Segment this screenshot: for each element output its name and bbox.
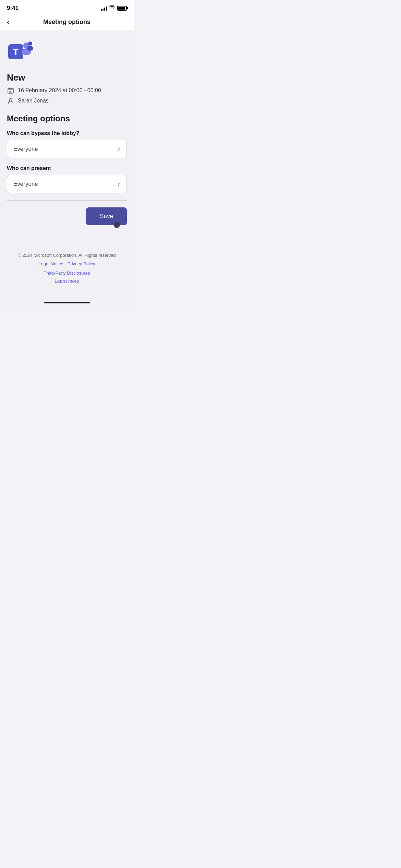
wifi-icon: [109, 5, 115, 11]
svg-rect-8: [10, 91, 11, 92]
svg-point-5: [27, 46, 33, 51]
lobby-chevron-icon: ∨: [117, 146, 120, 152]
present-chevron-icon: ∨: [117, 181, 120, 187]
back-button[interactable]: ‹: [7, 19, 9, 26]
learn-more-link[interactable]: Learn more: [14, 278, 120, 284]
svg-text:T: T: [13, 47, 19, 57]
meeting-title: New: [7, 72, 127, 83]
legal-notice-link[interactable]: Legal Notice: [38, 261, 63, 266]
divider: [7, 200, 127, 201]
options-heading: Meeting options: [7, 114, 127, 123]
status-icons: [101, 5, 127, 11]
date-text: 16 February 2024 at 00:00 - 00:00: [18, 87, 101, 94]
lobby-field-group: Who can bypass the lobby? Everyone ∨: [7, 130, 127, 158]
status-time: 9:41: [7, 5, 19, 12]
teams-logo: T: [7, 38, 34, 65]
present-field-group: Who can present Everyone ∨: [7, 165, 127, 193]
copyright-text: © 2024 Microsoft Corporation. All Rights…: [14, 253, 120, 258]
svg-rect-10: [9, 92, 10, 93]
lobby-dropdown-value: Everyone: [13, 146, 38, 153]
home-bar: [44, 302, 90, 303]
lobby-label: Who can bypass the lobby?: [7, 130, 127, 136]
privacy-policy-link[interactable]: Privacy Policy: [68, 261, 95, 266]
footer: © 2024 Microsoft Corporation. All Rights…: [7, 232, 127, 298]
finger-dot: [114, 222, 120, 228]
footer-links: Legal Notice Privacy Policy Third-Party …: [14, 261, 120, 276]
svg-rect-9: [12, 91, 12, 92]
organizer-row: Sarah Jonas: [7, 97, 127, 104]
svg-point-4: [28, 41, 32, 46]
svg-rect-7: [9, 91, 10, 92]
svg-point-12: [9, 98, 12, 101]
lobby-dropdown[interactable]: Everyone ∨: [7, 140, 127, 158]
page-title: Meeting options: [43, 19, 90, 26]
meeting-options-section: Meeting options Who can bypass the lobby…: [7, 114, 127, 193]
main-content: T New: [0, 30, 134, 298]
save-row: Save: [7, 207, 127, 225]
svg-rect-11: [10, 92, 11, 93]
present-dropdown-value: Everyone: [13, 181, 38, 188]
save-button[interactable]: Save: [86, 207, 127, 225]
present-dropdown[interactable]: Everyone ∨: [7, 175, 127, 193]
organizer-text: Sarah Jonas: [18, 98, 49, 104]
home-indicator: [0, 298, 134, 306]
signal-icon: [101, 6, 107, 11]
calendar-icon: [7, 87, 14, 94]
nav-header: ‹ Meeting options: [0, 14, 134, 30]
date-row: 16 February 2024 at 00:00 - 00:00: [7, 87, 127, 94]
meeting-info: New 16 February 2024 at 00:00 - 00:00: [7, 72, 127, 104]
third-party-link[interactable]: Third-Party Disclosures: [44, 270, 90, 276]
present-label: Who can present: [7, 165, 127, 171]
person-icon: [7, 97, 14, 104]
battery-icon: [117, 6, 127, 11]
status-bar: 9:41: [0, 0, 134, 14]
